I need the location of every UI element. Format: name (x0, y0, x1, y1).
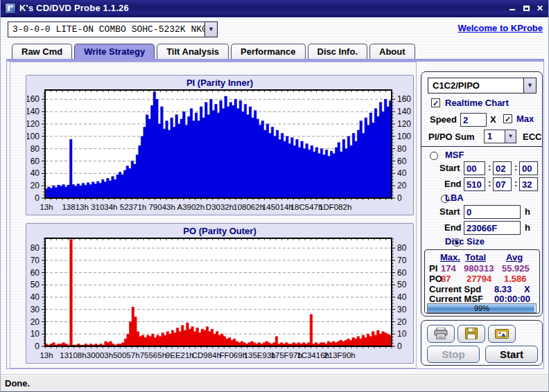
pi-chart-title: PI (Parity Inner) (26, 75, 413, 88)
svg-text:9EE21h: 9EE21h (166, 351, 194, 359)
msf-end-min[interactable] (464, 177, 485, 191)
controls-group: C1C2/PIPO ▼ ✓ Realtime Chart Speed X ✓ M… (421, 71, 543, 317)
status-bar: Done. (1, 374, 549, 392)
divider (421, 146, 542, 147)
svg-text:30: 30 (31, 305, 40, 314)
svg-text:40: 40 (397, 168, 407, 178)
svg-text:0: 0 (35, 193, 40, 203)
msf-radio[interactable] (430, 152, 438, 160)
svg-text:52371h: 52371h (120, 203, 146, 211)
svg-text:31034h: 31034h (91, 203, 117, 211)
snapshot-button[interactable] (488, 325, 516, 343)
msf-start-min[interactable] (464, 161, 485, 175)
tab-write-strategy[interactable]: Write Strategy (74, 44, 155, 59)
stop-button[interactable]: Stop (427, 346, 480, 363)
tab-raw-cmd[interactable]: Raw Cmd (12, 44, 72, 59)
svg-text:145014h: 145014h (262, 203, 293, 211)
svg-text:60: 60 (31, 268, 40, 278)
close-icon[interactable]: ✕ (534, 3, 546, 13)
lba-end-unit: h (525, 222, 530, 233)
svg-text:50: 50 (397, 280, 407, 289)
welcome-link[interactable]: Welcome to KProbe (458, 23, 543, 33)
pi-chart-canvas: 0020204040606080801001001201201401401601… (27, 88, 412, 213)
current-msf-label: Current MSF (429, 294, 483, 304)
lba-end-label: End (444, 222, 462, 233)
svg-text:30: 30 (397, 305, 407, 314)
max-speed-checkbox[interactable]: ✓ (503, 114, 512, 123)
pi-max: 174 (441, 263, 456, 274)
chevron-down-icon[interactable]: ▼ (523, 78, 536, 93)
window-title: K's CD/DVD Probe 1.1.26 (19, 3, 129, 13)
mode-selector[interactable]: C1C2/PIPO ▼ (428, 78, 537, 93)
print-button[interactable] (427, 325, 455, 343)
tab-performance[interactable]: Performance (231, 44, 305, 59)
lba-start-input[interactable] (464, 205, 521, 219)
svg-text:79043h: 79043h (148, 203, 175, 211)
tab-tilt-analysis[interactable]: Tilt Analysis (157, 44, 229, 59)
app-window: K's CD/DVD Probe 1.1.26 ✕ 3-0-0-0 LITE-O… (0, 0, 549, 392)
po-total: 27794 (467, 274, 491, 284)
svg-text:20: 20 (31, 181, 40, 190)
msf-start-sec[interactable] (493, 161, 512, 175)
msf-separator: : (488, 178, 491, 188)
msf-end-sec[interactable] (493, 177, 512, 191)
msf-end-frame[interactable] (519, 177, 538, 191)
max-speed-label: Max (516, 114, 534, 124)
svg-text:20: 20 (31, 317, 40, 327)
svg-text:20: 20 (397, 181, 407, 190)
svg-text:75565h: 75565h (140, 351, 166, 359)
chevron-down-icon[interactable]: ▼ (505, 130, 516, 143)
svg-text:13h: 13h (40, 351, 53, 359)
svg-text:60: 60 (397, 268, 407, 278)
svg-text:120: 120 (397, 119, 411, 129)
svg-text:10: 10 (31, 329, 40, 339)
pi-row-label: PI (429, 263, 437, 274)
msf-separator: : (488, 162, 491, 172)
msf-label: MSF (445, 150, 464, 160)
svg-text:60: 60 (397, 157, 407, 166)
tab-about[interactable]: About (369, 44, 415, 59)
msf-start-frame[interactable] (519, 161, 538, 175)
svg-text:30003h: 30003h (87, 351, 113, 359)
minimize-icon[interactable] (507, 3, 518, 13)
svg-text:13108h: 13108h (60, 351, 86, 359)
chevron-down-icon[interactable]: ▼ (204, 22, 217, 37)
po-row-label: PO (429, 274, 442, 284)
svg-text:1DF082h: 1DF082h (319, 203, 351, 211)
speed-input[interactable] (460, 113, 487, 127)
lba-end-input[interactable] (464, 221, 521, 235)
svg-text:D3032h: D3032h (206, 203, 234, 211)
drive-selector[interactable]: 3-0-0-0 LITE-ON COMBO SOHC-5232K NK07 ▼ (8, 21, 218, 37)
svg-text:80: 80 (31, 144, 40, 154)
svg-text:40: 40 (31, 292, 40, 302)
pi-chart-group: PI (Parity Inner) 0020204040606080801001… (26, 75, 414, 215)
svg-text:CD984h: CD984h (192, 351, 221, 359)
svg-text:40: 40 (31, 168, 40, 178)
ecc-label: ECC (523, 132, 541, 142)
pi-total: 980313 (464, 263, 494, 274)
maximize-icon[interactable] (521, 3, 532, 13)
current-spd-unit: X (524, 284, 530, 294)
current-spd-value: 8.33 (494, 284, 512, 294)
svg-text:0: 0 (397, 341, 402, 351)
msf-separator: : (514, 178, 517, 188)
realtime-chart-checkbox[interactable]: ✓ (431, 98, 440, 107)
svg-text:80: 80 (31, 243, 40, 253)
svg-text:50057h: 50057h (113, 351, 139, 359)
drive-selector-value: 3-0-0-0 LITE-ON COMBO SOHC-5232K NK07 (8, 24, 204, 35)
svg-text:140: 140 (27, 107, 40, 116)
svg-text:213F90h: 213F90h (324, 351, 355, 359)
speed-label: Speed (430, 114, 457, 125)
save-button[interactable] (458, 325, 485, 343)
actions-group: Stop Start (421, 320, 543, 366)
pipo-sum-label: PI/PO Sum (428, 132, 474, 142)
pipo-sum-selector[interactable]: 1 ▼ (484, 130, 516, 143)
mode-selector-value: C1C2/PIPO (428, 80, 523, 91)
lba-start-label: Start (439, 206, 460, 217)
current-spd-label: Current Spd (429, 284, 481, 294)
tab-disc-info[interactable]: Disc Info. (308, 44, 368, 59)
stats-header-max: Max. (440, 252, 460, 262)
svg-text:13813h: 13813h (62, 203, 88, 211)
start-button[interactable]: Start (485, 346, 538, 363)
svg-text:40: 40 (397, 292, 407, 302)
